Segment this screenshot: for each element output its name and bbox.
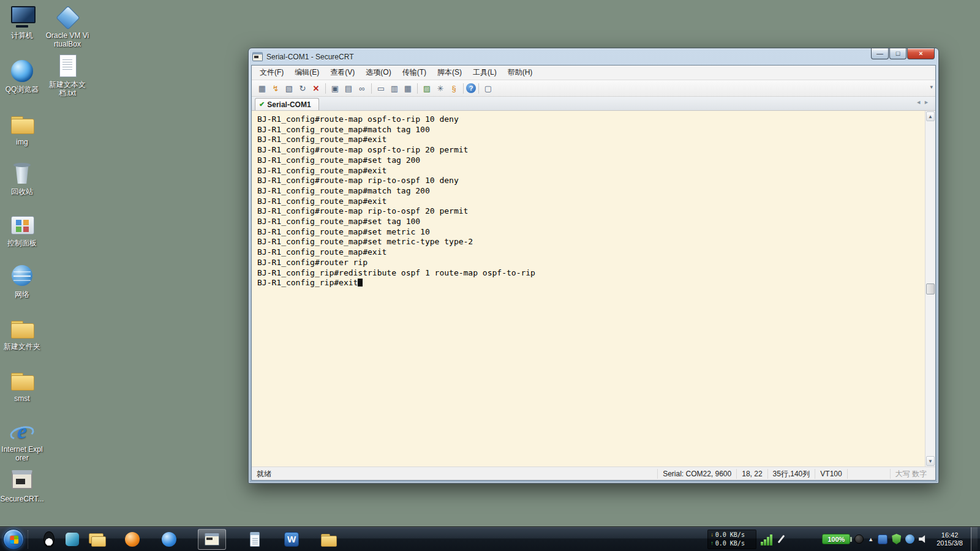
control-panel-icon xyxy=(9,212,35,237)
qq-browser-icon xyxy=(9,59,35,83)
show-hidden-icons-arrow[interactable]: ▲ xyxy=(868,536,873,542)
terminal-cursor xyxy=(358,279,363,287)
taskbar-pc-manager-icon[interactable] xyxy=(63,530,81,549)
volume-icon[interactable] xyxy=(919,535,929,544)
taskbar-browser-orange-icon[interactable] xyxy=(123,530,141,549)
tray-blue-app-icon[interactable] xyxy=(905,534,914,544)
folder-icon xyxy=(9,111,35,136)
traffic-chart-icon[interactable] xyxy=(761,533,772,545)
ie-icon xyxy=(9,419,35,443)
paste-icon[interactable]: ▤ xyxy=(342,82,355,94)
terminal-line: BJ-R1_config_route_map#exit xyxy=(257,197,921,207)
toolbar-separator xyxy=(478,83,479,94)
terminal-line: BJ-R1_config_route_map#set metric-type t… xyxy=(257,237,921,247)
desktop-icon-securecrt[interactable]: SecureCRT... xyxy=(0,468,44,503)
battery-indicator[interactable]: 100% xyxy=(822,534,850,544)
title-bar[interactable]: Serial-COM1 - SecureCRT — □ × xyxy=(249,48,938,65)
desktop-icon-virtualbox[interactable]: Oracle VM VirtualBox xyxy=(45,5,89,48)
desktop-icon-new-folder[interactable]: 新建文件夹 xyxy=(0,316,44,351)
tab-scroll-right-icon: ► xyxy=(924,99,932,105)
scroll-up-icon[interactable]: ▲ xyxy=(926,111,935,121)
connect-in-tab-icon[interactable]: ▧ xyxy=(282,82,296,94)
desktop-icon-label: 计算机 xyxy=(0,31,44,40)
menu-file[interactable]: 文件(F) xyxy=(254,66,289,80)
print-icon[interactable]: ▭ xyxy=(374,82,388,94)
tab-scroll-arrows[interactable]: ◄► xyxy=(916,99,932,105)
taskbar-word-icon[interactable]: W xyxy=(282,530,301,549)
taskbar-qq-icon[interactable] xyxy=(40,530,58,549)
close-button[interactable]: × xyxy=(907,48,935,59)
network-speed-monitor[interactable]: ↓ 0.0 KB/s ↑ 0.0 KB/s xyxy=(707,530,756,549)
menu-view[interactable]: 查看(V) xyxy=(325,66,360,80)
session-options-icon[interactable]: ✳ xyxy=(434,82,447,94)
desktop-icon-img[interactable]: img xyxy=(0,111,44,146)
copy-icon[interactable]: ▣ xyxy=(328,82,342,94)
desktop-icon-label: QQ浏览器 xyxy=(0,85,44,94)
terminal-output: BJ-R1_config#route-map ospf-to-rip 10 de… xyxy=(252,111,935,288)
text-file-icon xyxy=(55,54,80,78)
status-cursor-position: 18, 22 xyxy=(736,469,767,479)
scrollbar-thumb[interactable] xyxy=(926,283,935,294)
terminal-screen[interactable]: BJ-R1_config#route-map ospf-to-rip 10 de… xyxy=(252,111,935,467)
toolbar-overflow-icon[interactable]: ▾ xyxy=(930,84,933,90)
menu-edit[interactable]: 编辑(E) xyxy=(289,66,325,80)
taskbar-notepad-icon[interactable] xyxy=(246,530,264,549)
quick-connect-icon[interactable]: ↯ xyxy=(269,82,282,94)
menu-transfer[interactable]: 传输(T) xyxy=(397,66,432,80)
printer-icon[interactable]: ▦ xyxy=(401,82,415,94)
terminal-scrollbar[interactable]: ▲ ▼ xyxy=(925,111,935,467)
connect-icon[interactable]: ▦ xyxy=(255,82,269,94)
tray-clock[interactable]: 16:42 2015/3/8 xyxy=(933,531,967,547)
desktop-icon-label: 新建文件夹 xyxy=(0,342,44,351)
terminal-line: BJ-R1_config_route_map#exit xyxy=(257,247,921,258)
menu-help[interactable]: 帮助(H) xyxy=(502,66,538,80)
desktop-icon-computer[interactable]: 计算机 xyxy=(0,5,44,40)
terminal-line: BJ-R1_config_route_map#set tag 200 xyxy=(257,156,921,166)
tray-app-icon[interactable] xyxy=(854,534,864,544)
terminal-line: BJ-R1_config#route-map rip-to-ospf 20 pe… xyxy=(257,206,921,217)
maximize-button[interactable]: □ xyxy=(889,48,907,59)
taskbar-securecrt-button[interactable] xyxy=(198,529,226,550)
terminal-line: BJ-R1_config_route_map#exit xyxy=(257,135,921,145)
print-preview-icon[interactable]: ▥ xyxy=(388,82,401,94)
desktop-icon-text-document[interactable]: 新建文本文档.txt xyxy=(45,54,89,97)
desktop-icon-qq-browser[interactable]: QQ浏览器 xyxy=(0,59,44,94)
upload-speed: 0.0 KB/s xyxy=(715,540,745,547)
desktop-icon-control-panel[interactable]: 控制面板 xyxy=(0,212,44,247)
download-arrow-icon: ↓ xyxy=(710,532,714,538)
tab-scroll-left-icon: ◄ xyxy=(916,99,924,105)
show-desktop-button[interactable] xyxy=(971,527,978,551)
terminal-line-current: BJ-R1_config_rip#exit xyxy=(257,278,921,288)
minimize-button[interactable]: — xyxy=(871,48,889,59)
terminal-line: BJ-R1_config_rip#redistribute ospf 1 rou… xyxy=(257,268,921,279)
disconnect-icon[interactable]: ✕ xyxy=(309,82,323,94)
upload-arrow-icon: ↑ xyxy=(710,541,714,546)
desktop-icon-smst[interactable]: smst xyxy=(0,368,44,403)
key-generator-icon[interactable]: § xyxy=(447,82,461,94)
word-icon: W xyxy=(284,532,299,547)
reconnect-icon[interactable]: ↻ xyxy=(296,82,309,94)
tab-serial-com1[interactable]: ✔ Serial-COM1 xyxy=(255,98,319,110)
menu-tools[interactable]: 工具(L) xyxy=(467,66,502,80)
start-button[interactable] xyxy=(3,529,24,550)
find-icon[interactable]: ∞ xyxy=(355,82,369,94)
terminal-line: BJ-R1_config_route_map#set metric 10 xyxy=(257,227,921,238)
session-manager-icon[interactable]: ▢ xyxy=(481,82,495,94)
desktop-icon-network[interactable]: 网络 xyxy=(0,264,44,299)
taskbar-browser-blue-icon[interactable] xyxy=(160,530,178,549)
toolbar-separator xyxy=(371,83,372,94)
terminal-line: BJ-R1_config_route_map#exit xyxy=(257,166,921,176)
desktop-icon-internet-explorer[interactable]: Internet Explorer xyxy=(0,419,44,462)
scroll-down-icon[interactable]: ▼ xyxy=(926,456,935,466)
pen-icon[interactable] xyxy=(777,534,785,545)
desktop-icon-recycle-bin[interactable]: 回收站 xyxy=(0,161,44,196)
menu-options[interactable]: 选项(O) xyxy=(360,66,396,80)
taskbar: W ↓ 0.0 KB/s ↑ 0.0 KB/s 100% ▲ 16:42 201… xyxy=(0,527,980,551)
antivirus-shield-icon[interactable] xyxy=(892,534,901,544)
help-icon[interactable]: ? xyxy=(466,83,476,93)
taskbar-folders-icon[interactable] xyxy=(86,530,105,549)
input-method-icon[interactable] xyxy=(878,534,888,544)
menu-script[interactable]: 脚本(S) xyxy=(432,66,467,80)
taskbar-explorer-icon[interactable] xyxy=(319,530,337,549)
run-script-icon[interactable]: ▨ xyxy=(420,82,434,94)
